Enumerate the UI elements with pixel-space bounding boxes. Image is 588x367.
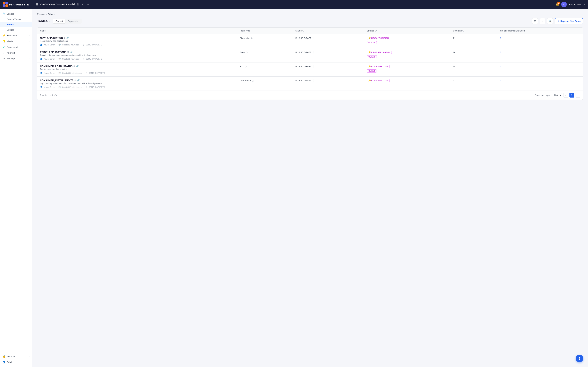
tab-deprecated[interactable]: Deprecated: [65, 19, 81, 23]
sidebar-item-explore[interactable]: 🔍 Explore ▾: [0, 11, 32, 17]
cell-type: SCD ⓘ: [237, 62, 293, 77]
navbar-title-section: 🖥 Credit Default Dataset UI tutorial ⎘ ⚙…: [36, 2, 553, 7]
sidebar-item-manage[interactable]: ⚙ Manage ›: [0, 56, 32, 61]
feature-count[interactable]: 0: [500, 65, 501, 68]
type-info-icon[interactable]: ⓘ: [245, 66, 247, 67]
filter-button[interactable]: ⊿: [540, 18, 546, 24]
entities-info-icon[interactable]: ⓘ: [375, 30, 377, 32]
type-info-icon[interactable]: ⓘ: [246, 51, 248, 53]
results-text: Results: 1 - 4 of 4: [40, 94, 57, 97]
register-plus-icon: ＋: [557, 20, 559, 23]
type-info-icon[interactable]: ⓘ: [251, 37, 252, 39]
cell-name: CONSUMER_INSTALLMENTS ⧉ 🔗 Logs monthly i…: [37, 77, 237, 91]
explore-chevron-icon: ▾: [29, 13, 29, 15]
entity-tag[interactable]: 🔑 PRIOR APPLICATION: [367, 51, 392, 54]
status-menu-button[interactable]: ⋮: [312, 65, 315, 68]
table-dataset: DEMO_DATASETS: [89, 86, 105, 88]
cell-status: PUBLIC DRAFT ⋮: [293, 77, 364, 91]
search-button[interactable]: 🔍: [547, 18, 553, 24]
rows-per-page-select[interactable]: 100 50 25: [552, 93, 562, 97]
navbar: FEATUREBYTE 🖥 Credit Default Dataset UI …: [0, 0, 588, 9]
register-table-button[interactable]: ＋ Register New Table: [555, 18, 583, 24]
sidebar-item-entities[interactable]: Entities: [0, 27, 32, 33]
user-chevron-icon[interactable]: ▾: [584, 3, 585, 6]
navbar-right: 🔔 4 XC Xavier Conort ▾: [555, 2, 585, 7]
sidebar-item-approve[interactable]: ✓ Approve ›: [0, 50, 32, 56]
entity-tag[interactable]: CLIENT: [367, 69, 377, 73]
table-dataset: DEMO_DATASETS: [89, 72, 105, 74]
table-type-value: Dimension ⓘ: [240, 37, 252, 40]
columns-info-icon[interactable]: ⓘ: [462, 30, 464, 32]
table-row[interactable]: PRIOR_APPLICATIONS ⧉ 🔗 Contains data on …: [37, 48, 583, 62]
th-entities: Entities ⓘ: [364, 28, 450, 34]
table-description: Records new loan applications.: [40, 40, 234, 42]
feature-count[interactable]: 0: [500, 37, 501, 40]
page-title-info-icon[interactable]: ⓘ: [49, 20, 51, 23]
table-name: PRIOR_APPLICATIONS ⧉ 🔗: [40, 51, 234, 53]
sidebar-item-source-tables[interactable]: Source Tables: [0, 17, 32, 22]
copy-icon[interactable]: ⧉: [67, 51, 69, 53]
cell-type: Dimension ⓘ: [237, 34, 293, 48]
share-button[interactable]: ⎘: [76, 2, 80, 7]
cell-entities: 🔑 PRIOR APPLICATIONCLIENT: [364, 48, 450, 62]
cell-entities: 🔑 CONSUMER LOANCLIENT: [364, 62, 450, 77]
cell-columns: 18: [450, 62, 497, 77]
header-actions: ⊞ ⊿ 🔍 ＋ Register New Table: [532, 18, 583, 24]
navbar-title: Credit Default Dataset UI tutorial: [40, 3, 75, 6]
rows-per-page-label: Rows per page:: [535, 94, 550, 97]
sidebar: 🔍 Explore ▾ Source Tables Tables Entitie…: [0, 9, 32, 367]
th-name: Name: [37, 28, 237, 34]
svg-rect-2: [3, 4, 5, 7]
entity-tag[interactable]: CLIENT: [367, 55, 377, 58]
help-button[interactable]: ?: [576, 355, 583, 362]
sidebar-item-label-security: Security: [7, 355, 28, 358]
th-table-type: Table Type: [237, 28, 293, 34]
sidebar-item-experiment[interactable]: 🧪 Experiment ›: [0, 44, 32, 50]
cell-features: 0: [497, 62, 583, 77]
link-icon[interactable]: 🔗: [76, 65, 79, 67]
sidebar-item-label-explore: Explore: [7, 13, 27, 15]
feature-count[interactable]: 0: [500, 51, 501, 54]
link-icon[interactable]: 🔗: [66, 37, 69, 39]
status-menu-button[interactable]: ⋮: [312, 51, 315, 54]
status-menu-button[interactable]: ⋮: [312, 79, 315, 82]
dropdown-button[interactable]: ▾: [87, 2, 89, 7]
entity-tag[interactable]: 🔑 CONSUMER LOAN: [367, 79, 389, 82]
notification-button[interactable]: 🔔 4: [555, 3, 559, 6]
link-icon[interactable]: 🔗: [77, 79, 80, 82]
prev-page-button[interactable]: ‹: [563, 93, 568, 98]
breadcrumb-explore[interactable]: Explore: [37, 13, 45, 16]
copy-icon[interactable]: ⧉: [74, 65, 75, 67]
entity-tag[interactable]: 🔑 NEW APPLICATION: [367, 37, 390, 40]
sidebar-item-tables[interactable]: Tables: [0, 22, 32, 27]
tab-current[interactable]: Current: [53, 19, 65, 23]
table-meta: 👤 Xavier Conort | 🕐 Created 2 hours ago …: [40, 44, 234, 46]
sidebar-item-ideate[interactable]: 💡 Ideate ›: [0, 38, 32, 44]
link-icon[interactable]: 🔗: [70, 51, 73, 53]
sidebar-item-formulate[interactable]: ⚡ Formulate ›: [0, 33, 32, 38]
type-info-icon[interactable]: ⓘ: [252, 80, 254, 82]
view-toggle-button[interactable]: ⊞: [532, 18, 538, 24]
main-content: Explore › Tables Tables ⓘ Current Deprec…: [32, 9, 588, 367]
table-row[interactable]: NEW_APPLICATION ⧉ 🔗 Records new loan app…: [37, 34, 583, 48]
entity-tag[interactable]: 🔑 CONSUMER LOAN: [367, 65, 389, 68]
table-type-value: SCD ⓘ: [240, 65, 247, 68]
entity-tag[interactable]: CLIENT: [367, 41, 377, 44]
sidebar-item-admin[interactable]: 👤 Admin ›: [0, 359, 32, 365]
page-1-button[interactable]: 1: [570, 93, 574, 98]
copy-icon[interactable]: ⧉: [64, 37, 65, 39]
status-info-icon[interactable]: ⓘ: [302, 30, 304, 32]
security-chevron-icon: ›: [29, 355, 29, 357]
feature-count[interactable]: 0: [500, 79, 501, 82]
notification-badge: 4: [557, 2, 560, 5]
settings-button[interactable]: ⚙: [81, 2, 85, 7]
status-badge: PUBLIC DRAFT ⋮: [295, 79, 361, 82]
table-created: Created 2 hours ago: [62, 58, 79, 60]
clock-icon: 🕐: [58, 72, 61, 74]
copy-icon[interactable]: ⧉: [75, 79, 76, 82]
sidebar-item-security[interactable]: 🔒 Security ›: [0, 353, 32, 359]
status-menu-button[interactable]: ⋮: [312, 37, 315, 40]
table-row[interactable]: CONSUMER_LOAN_STATUS ⧉ 🔗 Tracks consumer…: [37, 62, 583, 77]
next-page-button[interactable]: ›: [576, 93, 580, 98]
table-row[interactable]: CONSUMER_INSTALLMENTS ⧉ 🔗 Logs monthly i…: [37, 77, 583, 91]
